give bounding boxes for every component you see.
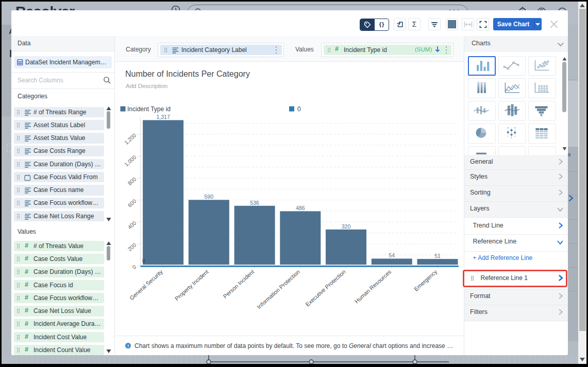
- svg-text:600: 600: [126, 198, 137, 208]
- svg-text:Human Resources: Human Resources: [354, 268, 393, 304]
- svg-text:486: 486: [296, 205, 305, 211]
- svg-text:Person Incident: Person Incident: [222, 269, 256, 300]
- svg-text:General Security: General Security: [128, 268, 164, 301]
- svg-text:54: 54: [389, 252, 395, 258]
- svg-text:Executive Protection: Executive Protection: [304, 269, 347, 308]
- svg-text:1,000: 1,000: [123, 154, 138, 168]
- svg-text:Property Incident: Property Incident: [174, 269, 210, 302]
- svg-text:590: 590: [205, 194, 214, 200]
- svg-text:Incident Type id: Incident Type id: [127, 106, 171, 113]
- svg-text:Emergency: Emergency: [413, 268, 439, 292]
- svg-text:1,317: 1,317: [156, 114, 170, 120]
- svg-text:200: 200: [126, 241, 137, 252]
- svg-text:320: 320: [342, 223, 351, 230]
- svg-text:0: 0: [142, 258, 145, 264]
- svg-text:0: 0: [131, 264, 137, 270]
- svg-text:51: 51: [434, 253, 441, 259]
- svg-text:400: 400: [126, 220, 137, 231]
- svg-text:800: 800: [126, 176, 137, 186]
- svg-text:Information Protection: Information Protection: [256, 269, 301, 310]
- svg-text:536: 536: [250, 200, 259, 206]
- svg-text:0: 0: [297, 106, 301, 113]
- svg-text:1,200: 1,200: [123, 132, 138, 146]
